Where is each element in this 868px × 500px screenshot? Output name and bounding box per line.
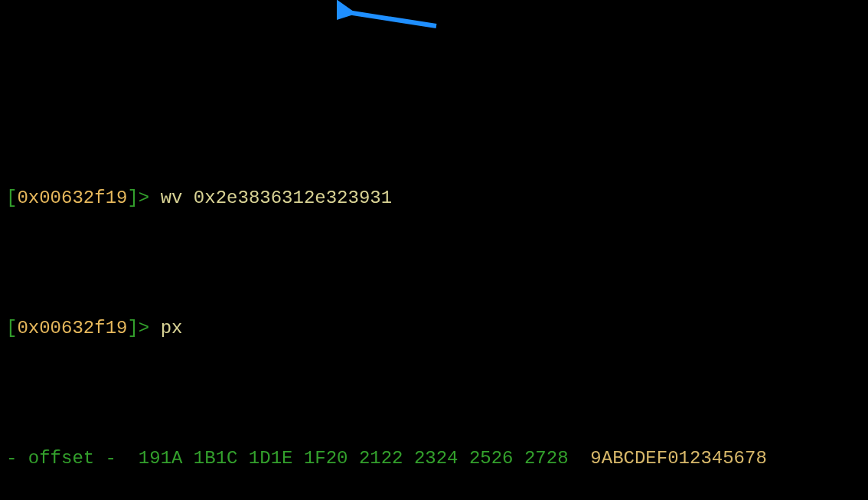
prompt-line: [0x00632f19]> px (6, 315, 862, 342)
svg-line-0 (348, 12, 436, 26)
command-text: wv 0x2e3836312e323931 (161, 188, 392, 208)
hexdump-header: - offset - 191A 1B1C 1D1E 1F20 2122 2324… (6, 446, 862, 472)
terminal-output[interactable]: [0x00632f19]> wv 0x2e3836312e323931 [0x0… (0, 0, 868, 500)
annotation-arrow-icon (337, 0, 444, 34)
command-text: px (161, 318, 183, 338)
prompt-line: [0x00632f19]> wv 0x2e3836312e323931 (6, 185, 862, 211)
